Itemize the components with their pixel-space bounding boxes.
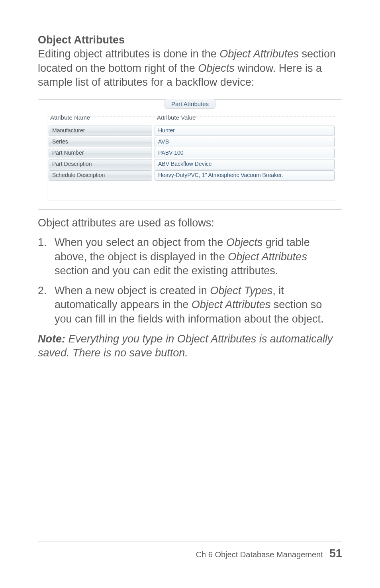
page-footer: Ch 6 Object Database Management 51 [38,541,342,560]
intro-italic-object-attributes: Object Attributes [219,48,299,60]
list-text: When you select an object from the [55,236,226,248]
note-paragraph: Note: Everything you type in Object Attr… [38,332,342,360]
section-heading: Object Attributes [38,34,342,46]
list-item: 2. When a new object is created in Objec… [38,284,342,326]
list-item-text: When you select an object from the Objec… [55,236,342,278]
list-text: When a new object is created in [55,285,210,297]
note-label: Note: [38,333,65,345]
panel-inset-border [47,116,336,201]
part-attributes-panel: Part Attributes Attribute Name Attribute… [38,99,342,210]
footer-chapter: Ch 6 Object Database Management [196,550,323,559]
list-italic-object-attributes: Object Attributes [192,299,271,311]
list-item-number: 2. [38,284,55,326]
document-page: Object Attributes Editing object attribu… [0,0,380,588]
list-italic-object-attributes: Object Attributes [228,251,307,263]
followup-text: Object attributes are used as follows: [38,217,342,229]
list-italic-object-types: Object Types [210,285,272,297]
intro-italic-objects: Objects [198,62,235,74]
list-item-number: 1. [38,236,55,278]
footer-page-number: 51 [329,547,342,560]
list-text: section and you can edit the existing at… [55,265,278,277]
panel-body: Attribute Name Attribute Value Manufactu… [41,102,339,205]
numbered-list: 1. When you select an object from the Ob… [38,236,342,326]
intro-text: Editing object attributes is done in the [38,48,219,60]
list-italic-objects: Objects [226,236,263,248]
list-item: 1. When you select an object from the Ob… [38,236,342,278]
intro-paragraph: Editing object attributes is done in the… [38,47,342,90]
note-text: Everything you type in Object Attributes… [38,333,333,359]
list-item-text: When a new object is created in Object T… [55,284,342,326]
